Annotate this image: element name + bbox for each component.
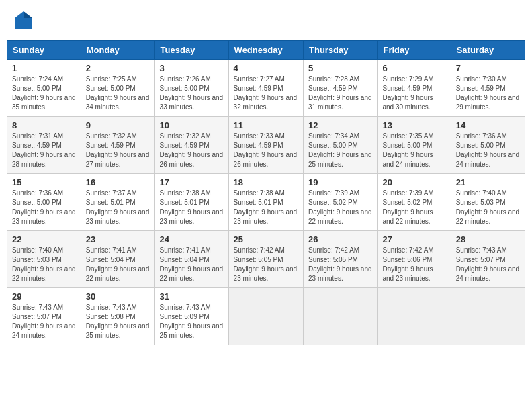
day-cell-13: 13Sunrise: 7:35 AM Sunset: 5:00 PM Dayli…: [378, 117, 451, 174]
day-cell-7: 7Sunrise: 7:30 AM Sunset: 4:59 PM Daylig…: [451, 60, 525, 117]
day-cell-16: 16Sunrise: 7:37 AM Sunset: 5:01 PM Dayli…: [81, 174, 154, 231]
day-number: 5: [308, 63, 372, 73]
calendar-table: SundayMondayTuesdayWednesdayThursdayFrid…: [7, 40, 525, 345]
day-cell-24: 24Sunrise: 7:41 AM Sunset: 5:04 PM Dayli…: [154, 231, 228, 288]
day-info: Sunrise: 7:28 AM Sunset: 4:59 PM Dayligh…: [308, 75, 372, 112]
day-number: 8: [12, 120, 76, 130]
column-header-sunday: Sunday: [7, 41, 81, 60]
day-info: Sunrise: 7:41 AM Sunset: 5:04 PM Dayligh…: [86, 246, 150, 283]
day-info: Sunrise: 7:38 AM Sunset: 5:01 PM Dayligh…: [234, 189, 298, 226]
day-number: 17: [160, 177, 224, 187]
day-info: Sunrise: 7:42 AM Sunset: 5:05 PM Dayligh…: [308, 246, 372, 283]
day-number: 6: [382, 63, 445, 73]
column-header-wednesday: Wednesday: [228, 41, 303, 60]
day-info: Sunrise: 7:43 AM Sunset: 5:07 PM Dayligh…: [12, 303, 76, 340]
day-cell-9: 9Sunrise: 7:32 AM Sunset: 4:59 PM Daylig…: [81, 117, 154, 174]
day-cell-17: 17Sunrise: 7:38 AM Sunset: 5:01 PM Dayli…: [154, 174, 228, 231]
day-info: Sunrise: 7:43 AM Sunset: 5:09 PM Dayligh…: [160, 303, 224, 340]
day-cell-19: 19Sunrise: 7:39 AM Sunset: 5:02 PM Dayli…: [304, 174, 378, 231]
day-number: 24: [160, 234, 224, 244]
day-cell-25: 25Sunrise: 7:42 AM Sunset: 5:05 PM Dayli…: [228, 231, 303, 288]
day-cell-21: 21Sunrise: 7:40 AM Sunset: 5:03 PM Dayli…: [451, 174, 525, 231]
empty-cell: [378, 288, 451, 345]
day-number: 13: [382, 120, 445, 130]
calendar-week-3: 15Sunrise: 7:36 AM Sunset: 5:00 PM Dayli…: [7, 174, 525, 231]
day-info: Sunrise: 7:35 AM Sunset: 5:00 PM Dayligh…: [382, 132, 445, 169]
day-info: Sunrise: 7:34 AM Sunset: 5:00 PM Dayligh…: [308, 132, 372, 169]
day-number: 31: [160, 291, 224, 302]
svg-rect-2: [15, 18, 32, 29]
day-cell-30: 30Sunrise: 7:43 AM Sunset: 5:08 PM Dayli…: [81, 288, 154, 345]
day-info: Sunrise: 7:42 AM Sunset: 5:06 PM Dayligh…: [382, 246, 445, 283]
day-number: 20: [382, 177, 445, 187]
day-cell-15: 15Sunrise: 7:36 AM Sunset: 5:00 PM Dayli…: [7, 174, 81, 231]
day-number: 23: [86, 234, 150, 244]
day-info: Sunrise: 7:41 AM Sunset: 5:04 PM Dayligh…: [160, 246, 224, 283]
day-number: 29: [12, 291, 76, 302]
day-info: Sunrise: 7:42 AM Sunset: 5:05 PM Dayligh…: [234, 246, 298, 283]
logo-icon: [13, 10, 34, 30]
column-header-tuesday: Tuesday: [154, 41, 228, 60]
empty-cell: [451, 288, 525, 345]
day-number: 26: [308, 234, 372, 244]
day-cell-4: 4Sunrise: 7:27 AM Sunset: 4:59 PM Daylig…: [228, 60, 303, 117]
day-number: 11: [234, 120, 298, 130]
day-number: 22: [12, 234, 76, 244]
page-header: [7, 7, 525, 34]
day-info: Sunrise: 7:24 AM Sunset: 5:00 PM Dayligh…: [12, 75, 76, 112]
day-cell-14: 14Sunrise: 7:36 AM Sunset: 5:00 PM Dayli…: [451, 117, 525, 174]
day-info: Sunrise: 7:43 AM Sunset: 5:07 PM Dayligh…: [456, 246, 520, 283]
empty-cell: [304, 288, 378, 345]
day-number: 3: [160, 63, 224, 73]
day-info: Sunrise: 7:30 AM Sunset: 4:59 PM Dayligh…: [456, 75, 520, 112]
day-cell-22: 22Sunrise: 7:40 AM Sunset: 5:03 PM Dayli…: [7, 231, 81, 288]
calendar-week-2: 8Sunrise: 7:31 AM Sunset: 4:59 PM Daylig…: [7, 117, 525, 174]
day-info: Sunrise: 7:32 AM Sunset: 4:59 PM Dayligh…: [160, 132, 224, 169]
day-number: 27: [382, 234, 445, 244]
day-info: Sunrise: 7:40 AM Sunset: 5:03 PM Dayligh…: [456, 189, 520, 226]
day-info: Sunrise: 7:33 AM Sunset: 4:59 PM Dayligh…: [234, 132, 298, 169]
day-info: Sunrise: 7:39 AM Sunset: 5:02 PM Dayligh…: [308, 189, 372, 226]
day-info: Sunrise: 7:43 AM Sunset: 5:08 PM Dayligh…: [86, 303, 150, 340]
day-cell-2: 2Sunrise: 7:25 AM Sunset: 5:00 PM Daylig…: [81, 60, 154, 117]
day-cell-27: 27Sunrise: 7:42 AM Sunset: 5:06 PM Dayli…: [378, 231, 451, 288]
day-cell-26: 26Sunrise: 7:42 AM Sunset: 5:05 PM Dayli…: [304, 231, 378, 288]
day-info: Sunrise: 7:29 AM Sunset: 4:59 PM Dayligh…: [382, 75, 445, 112]
day-number: 19: [308, 177, 372, 187]
empty-cell: [228, 288, 303, 345]
day-cell-23: 23Sunrise: 7:41 AM Sunset: 5:04 PM Dayli…: [81, 231, 154, 288]
day-info: Sunrise: 7:26 AM Sunset: 5:00 PM Dayligh…: [160, 75, 224, 112]
svg-marker-1: [24, 11, 32, 18]
column-header-monday: Monday: [81, 41, 154, 60]
day-number: 14: [456, 120, 520, 130]
day-number: 9: [86, 120, 150, 130]
calendar-week-1: 1Sunrise: 7:24 AM Sunset: 5:00 PM Daylig…: [7, 60, 525, 117]
day-number: 1: [12, 63, 76, 73]
calendar-week-4: 22Sunrise: 7:40 AM Sunset: 5:03 PM Dayli…: [7, 231, 525, 288]
day-number: 18: [234, 177, 298, 187]
day-number: 2: [86, 63, 150, 73]
day-number: 25: [234, 234, 298, 244]
calendar-header-row: SundayMondayTuesdayWednesdayThursdayFrid…: [7, 41, 525, 60]
day-number: 10: [160, 120, 224, 130]
day-number: 21: [456, 177, 520, 187]
day-cell-28: 28Sunrise: 7:43 AM Sunset: 5:07 PM Dayli…: [451, 231, 525, 288]
day-cell-3: 3Sunrise: 7:26 AM Sunset: 5:00 PM Daylig…: [154, 60, 228, 117]
day-info: Sunrise: 7:32 AM Sunset: 4:59 PM Dayligh…: [86, 132, 150, 169]
day-info: Sunrise: 7:31 AM Sunset: 4:59 PM Dayligh…: [12, 132, 76, 169]
day-info: Sunrise: 7:40 AM Sunset: 5:03 PM Dayligh…: [12, 246, 76, 283]
day-cell-11: 11Sunrise: 7:33 AM Sunset: 4:59 PM Dayli…: [228, 117, 303, 174]
logo: [13, 10, 36, 30]
day-info: Sunrise: 7:27 AM Sunset: 4:59 PM Dayligh…: [234, 75, 298, 112]
day-info: Sunrise: 7:38 AM Sunset: 5:01 PM Dayligh…: [160, 189, 224, 226]
day-info: Sunrise: 7:25 AM Sunset: 5:00 PM Dayligh…: [86, 75, 150, 112]
day-number: 7: [456, 63, 520, 73]
day-number: 12: [308, 120, 372, 130]
calendar-week-5: 29Sunrise: 7:43 AM Sunset: 5:07 PM Dayli…: [7, 288, 525, 345]
day-cell-8: 8Sunrise: 7:31 AM Sunset: 4:59 PM Daylig…: [7, 117, 81, 174]
column-header-saturday: Saturday: [451, 41, 525, 60]
day-info: Sunrise: 7:36 AM Sunset: 5:00 PM Dayligh…: [456, 132, 520, 169]
column-header-friday: Friday: [378, 41, 451, 60]
day-number: 4: [234, 63, 298, 73]
day-number: 30: [86, 291, 150, 302]
